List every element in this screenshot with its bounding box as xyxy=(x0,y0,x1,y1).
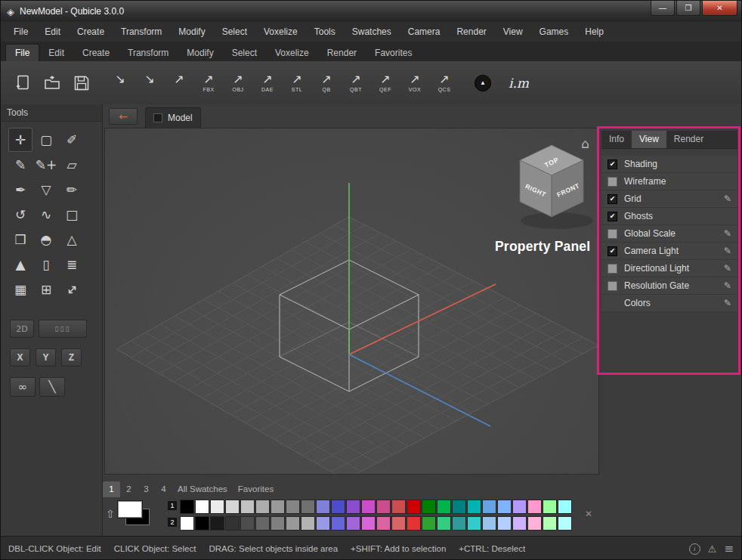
swatch[interactable] xyxy=(482,516,496,531)
checkbox[interactable]: ✔ xyxy=(608,177,617,187)
menu-item[interactable]: View xyxy=(495,23,531,42)
swatch[interactable] xyxy=(331,516,345,531)
swatch[interactable] xyxy=(467,500,481,514)
swatch-tab[interactable]: 1 xyxy=(103,481,120,497)
swatch[interactable] xyxy=(497,500,512,514)
swatch[interactable] xyxy=(437,500,451,514)
swatch[interactable] xyxy=(346,516,360,531)
swatch[interactable] xyxy=(271,516,285,531)
checkbox[interactable]: ✔ xyxy=(608,229,617,239)
swatch[interactable] xyxy=(210,500,224,514)
swatch[interactable] xyxy=(482,500,496,514)
ribbon-tab[interactable]: File xyxy=(5,44,39,61)
import-icon[interactable]: ↘ xyxy=(107,66,133,101)
swatch[interactable] xyxy=(527,516,542,531)
checkbox[interactable]: ✔ xyxy=(608,246,617,256)
orientation-cube[interactable]: TOP RIGHT FRONT xyxy=(520,145,593,229)
menu-item[interactable]: Voxelize xyxy=(255,23,306,42)
swatch[interactable] xyxy=(316,500,330,514)
menu-item[interactable]: Select xyxy=(214,23,255,42)
back-button[interactable]: ← xyxy=(109,108,138,125)
remove-swatch-button[interactable]: ✕ xyxy=(585,509,592,519)
export-qcs-icon[interactable]: ↗ QCS xyxy=(431,66,457,101)
attach-tool[interactable]: ✎+ xyxy=(34,153,58,177)
swatch[interactable] xyxy=(240,516,255,531)
render-sphere-button[interactable]: ▲ xyxy=(470,66,496,101)
checkbox[interactable]: ✔ xyxy=(608,194,617,204)
cylinder-tool[interactable]: ▯ xyxy=(34,252,58,277)
menu-item[interactable]: Swatches xyxy=(344,23,400,42)
swatch[interactable] xyxy=(225,500,240,514)
menu-item[interactable]: Transform xyxy=(113,23,170,42)
export-qbt-icon[interactable]: ↗ QBT xyxy=(343,66,369,101)
menu-item[interactable]: File xyxy=(5,23,36,42)
swatch[interactable] xyxy=(255,500,270,514)
open-model-button[interactable] xyxy=(39,66,65,101)
swatch[interactable] xyxy=(346,500,360,514)
hamburger-menu-icon[interactable]: ≡ xyxy=(724,542,734,555)
swatch[interactable] xyxy=(225,516,240,531)
box-tool[interactable]: ❒ xyxy=(8,227,32,252)
move-tool[interactable]: ✛ xyxy=(8,128,32,152)
ribbon-tab[interactable]: Edit xyxy=(39,45,73,61)
sphere-tool[interactable]: ◓ xyxy=(34,227,58,252)
curve-tool[interactable]: ∿ xyxy=(34,203,58,227)
select-box-tool[interactable]: ▢ xyxy=(34,128,58,152)
swatch[interactable] xyxy=(452,500,466,514)
axis-z-button[interactable]: Z xyxy=(61,348,82,367)
swatch[interactable] xyxy=(422,500,436,514)
home-icon[interactable]: ⌂ xyxy=(581,136,589,151)
swatch[interactable] xyxy=(286,500,300,514)
edit-pencil-icon[interactable]: ✎ xyxy=(724,228,731,239)
swatch-tab[interactable]: Favorites xyxy=(233,481,279,497)
fill-tool[interactable]: ▽ xyxy=(34,178,58,202)
swatch[interactable] xyxy=(210,516,224,531)
document-tab-model[interactable]: Model xyxy=(145,107,201,128)
export-fbx-icon[interactable]: ↗ FBX xyxy=(196,66,221,101)
paint-tool[interactable]: ✒ xyxy=(8,178,32,202)
ribbon-tab[interactable]: Select xyxy=(223,45,266,61)
checkbox[interactable]: ✔ xyxy=(608,281,617,291)
maximize-button[interactable]: ❐ xyxy=(676,1,700,16)
apply-color-icon[interactable]: ⇧ xyxy=(106,508,115,520)
pyramid-tool[interactable]: △ xyxy=(60,227,84,252)
menu-item[interactable]: Games xyxy=(531,23,577,42)
export-stl-icon[interactable]: ↗ STL xyxy=(284,66,310,101)
swatch[interactable] xyxy=(543,500,557,514)
swatch[interactable] xyxy=(512,516,527,531)
scale-tool[interactable]: ↔ xyxy=(60,277,84,302)
menu-item[interactable]: Help xyxy=(577,23,612,42)
property-tab[interactable]: View xyxy=(632,131,666,148)
export-obj-icon[interactable]: ↗ OBJ xyxy=(225,66,251,101)
stamp-tool[interactable]: ▦ xyxy=(8,277,32,302)
swatch[interactable] xyxy=(497,516,512,531)
warning-icon[interactable]: ⚠ xyxy=(708,543,717,555)
swatch[interactable] xyxy=(195,500,209,514)
grid-snap-tool[interactable]: ⊞ xyxy=(34,277,58,302)
checkbox[interactable]: ✔ xyxy=(608,264,617,274)
twist-tool[interactable]: ↺ xyxy=(8,203,32,227)
export-qb-icon[interactable]: ↗ QB xyxy=(314,66,339,101)
color-picker-tool[interactable]: ✐ xyxy=(60,128,84,152)
export-vox-icon[interactable]: ↗ VOX xyxy=(402,66,428,101)
info-icon[interactable]: i xyxy=(689,543,700,555)
export-qef-icon[interactable]: ↗ QEF xyxy=(373,66,398,101)
swatch[interactable] xyxy=(391,500,406,514)
ribbon-tab[interactable]: Favorites xyxy=(366,45,421,61)
export-dae-icon[interactable]: ↗ DAE xyxy=(255,66,280,101)
checkbox[interactable]: ✔ xyxy=(608,212,617,221)
ribbon-tab[interactable]: Render xyxy=(318,45,366,61)
swatch-tab[interactable]: 2 xyxy=(120,481,138,497)
swatch[interactable] xyxy=(452,516,466,531)
menu-item[interactable]: Modify xyxy=(170,23,213,42)
property-tab[interactable]: Render xyxy=(666,131,711,148)
swatch-tab[interactable]: 3 xyxy=(138,481,155,497)
swatch[interactable] xyxy=(301,516,315,531)
swatch[interactable] xyxy=(361,516,376,531)
marker-tool[interactable]: ✏ xyxy=(60,178,84,202)
swatch[interactable] xyxy=(240,500,255,514)
cone-tool[interactable]: ▲ xyxy=(8,252,32,277)
swatch[interactable] xyxy=(407,516,421,531)
swatch[interactable] xyxy=(407,500,421,514)
swatch[interactable] xyxy=(286,516,300,531)
